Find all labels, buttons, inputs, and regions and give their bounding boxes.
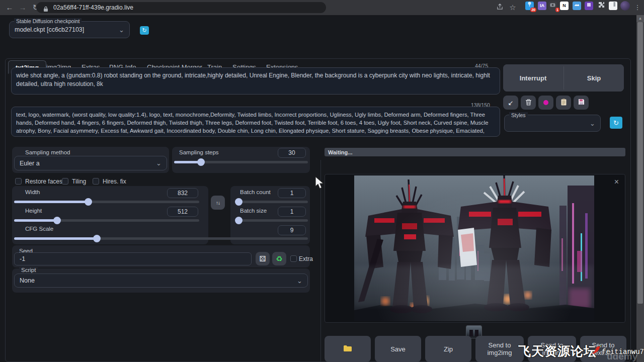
checkpoint-label: Stable Diffusion checkpoint xyxy=(14,18,82,24)
batch-count-slider[interactable] xyxy=(235,198,308,205)
cfg-scale-value[interactable]: 9 xyxy=(278,225,306,235)
site-watermark: feitianwu7.com xyxy=(602,348,644,356)
batch-size-slider[interactable] xyxy=(235,217,308,224)
ia-extension-icon[interactable]: IA xyxy=(538,2,546,10)
clipboard-icon xyxy=(561,99,567,107)
batch-size-label: Batch size xyxy=(240,208,267,214)
paste-params-button[interactable]: ↙ xyxy=(503,96,518,110)
sampling-steps-slider[interactable] xyxy=(174,158,308,165)
url-text: 02a56ff4-71ff-439e.gradio.live xyxy=(53,4,133,11)
extra-networks-button[interactable] xyxy=(538,96,553,110)
robot-left xyxy=(358,179,454,313)
progress-bar: Waiting... xyxy=(325,148,625,156)
purple-extension-icon[interactable] xyxy=(585,2,593,10)
interrupt-button[interactable]: Interrupt xyxy=(503,64,563,92)
batch-count-value[interactable]: 1 xyxy=(278,188,306,198)
send-to-img2img-button[interactable]: Send to img2img xyxy=(475,336,524,362)
cfg-scale-label: CFG Scale xyxy=(25,226,53,232)
batch-count-label: Batch count xyxy=(240,189,271,195)
sampling-method-label: Sampling method xyxy=(25,149,70,155)
browser-toolbar: ← → ↻ 02a56ff4-71ff-439e.gradio.live ☆ 2… xyxy=(0,0,644,15)
folder-icon xyxy=(343,345,352,353)
forum-watermark: 飞天资源论坛 xyxy=(518,343,597,359)
hires-fix-checkbox[interactable] xyxy=(93,178,99,185)
script-label: Script xyxy=(19,267,38,273)
sampling-method-value: Euler a xyxy=(20,160,40,167)
tiling-label: Tiling xyxy=(72,178,86,185)
mouse-cursor xyxy=(314,176,326,192)
script-dropdown[interactable]: None ⌄ xyxy=(14,274,308,288)
image-preview-frame: × xyxy=(325,174,625,323)
negative-prompt-input[interactable]: text, logo, watermark, (worst quality, l… xyxy=(11,107,500,137)
profile-avatar[interactable] xyxy=(620,1,630,11)
dice-icon: ⚄ xyxy=(259,254,266,263)
zip-button[interactable]: Zip xyxy=(425,336,471,362)
hires-fix-label: Hires. fix xyxy=(103,178,126,185)
recycle-icon: ♻ xyxy=(276,254,282,263)
back-icon[interactable]: ← xyxy=(4,2,15,13)
image-extension-icon[interactable] xyxy=(573,2,581,10)
save-style-button[interactable] xyxy=(574,96,589,110)
reuse-seed-button[interactable]: ♻ xyxy=(272,252,286,265)
tiling-checkbox[interactable] xyxy=(62,178,68,185)
cfg-scale-slider[interactable] xyxy=(14,235,308,242)
floppy-icon xyxy=(578,99,585,107)
sidepanel-icon[interactable] xyxy=(609,2,617,10)
seed-extra-label: Extra xyxy=(299,255,313,262)
restore-faces-checkbox[interactable] xyxy=(15,178,22,185)
batch-size-value[interactable]: 1 xyxy=(278,207,306,217)
checkpoint-refresh-button[interactable]: ↻ xyxy=(140,26,149,35)
seed-extra-checkbox[interactable] xyxy=(290,255,297,262)
pin-extension-icon[interactable]: 20 xyxy=(525,2,534,10)
width-value[interactable]: 832 xyxy=(167,188,198,198)
url-bar[interactable]: 02a56ff4-71ff-439e.gradio.live xyxy=(36,2,326,13)
generated-image[interactable] xyxy=(354,175,594,321)
random-seed-button[interactable]: ⚄ xyxy=(256,252,270,265)
close-icon[interactable]: × xyxy=(614,177,619,187)
forward-icon[interactable]: → xyxy=(17,2,28,13)
seed-value: -1 xyxy=(20,255,25,262)
chili-icon xyxy=(590,344,602,357)
height-value[interactable]: 512 xyxy=(167,207,198,217)
styles-refresh-button[interactable]: ↻ xyxy=(610,117,622,129)
clear-prompt-button[interactable] xyxy=(521,96,536,110)
chevron-down-icon: ⌄ xyxy=(156,159,162,167)
checkpoint-value: model.ckpt [cc6cb27103] xyxy=(15,26,84,33)
sampling-steps-value[interactable]: 30 xyxy=(278,148,306,158)
restore-faces-label: Restore faces xyxy=(25,178,62,185)
sampling-steps-label: Sampling steps xyxy=(179,149,219,155)
height-label: Height xyxy=(25,208,42,214)
browser-menu-icon[interactable]: ⋮ xyxy=(632,2,643,13)
skip-button[interactable]: Skip xyxy=(564,64,624,92)
width-slider[interactable] xyxy=(14,198,199,205)
notion-extension-icon[interactable]: N xyxy=(560,2,569,10)
chevron-down-icon: ⌄ xyxy=(297,277,302,285)
lock-icon xyxy=(43,5,48,16)
width-label: Width xyxy=(25,189,40,195)
share-icon[interactable] xyxy=(494,2,505,13)
save-button[interactable]: Save xyxy=(375,336,421,362)
sampling-method-dropdown[interactable]: Euler a ⌄ xyxy=(14,156,167,170)
pin-badge: 20 xyxy=(530,8,536,12)
chevron-down-icon: ⌄ xyxy=(590,120,595,127)
seed-input[interactable]: -1 xyxy=(14,252,252,265)
page-scrollbar[interactable]: ▲ xyxy=(636,15,644,362)
bookmark-star-icon[interactable]: ☆ xyxy=(507,2,518,13)
robot-right xyxy=(458,175,551,311)
screen: ← → ↻ 02a56ff4-71ff-439e.gradio.live ☆ 2… xyxy=(0,0,644,362)
swap-dimensions-button[interactable]: ↑↓ xyxy=(211,196,225,210)
chevron-down-icon: ⌄ xyxy=(119,26,124,34)
puzzle-extensions-icon[interactable] xyxy=(597,2,605,10)
styles-label: Styles xyxy=(509,112,528,118)
camera-badge: 1 xyxy=(555,8,559,12)
trash-icon xyxy=(525,99,532,107)
card-dot-icon xyxy=(543,100,548,105)
apply-style-button[interactable] xyxy=(556,96,571,110)
script-value: None xyxy=(20,277,35,284)
height-slider[interactable] xyxy=(14,217,199,224)
camera-extension-icon[interactable]: 1 xyxy=(548,2,557,10)
prompt-input[interactable]: wide shot angle, a (gundam:0.8) robot st… xyxy=(11,67,500,95)
scroll-up-icon[interactable]: ▲ xyxy=(636,15,644,22)
scrollbar-thumb[interactable] xyxy=(637,22,643,304)
open-folder-button[interactable] xyxy=(325,336,371,362)
